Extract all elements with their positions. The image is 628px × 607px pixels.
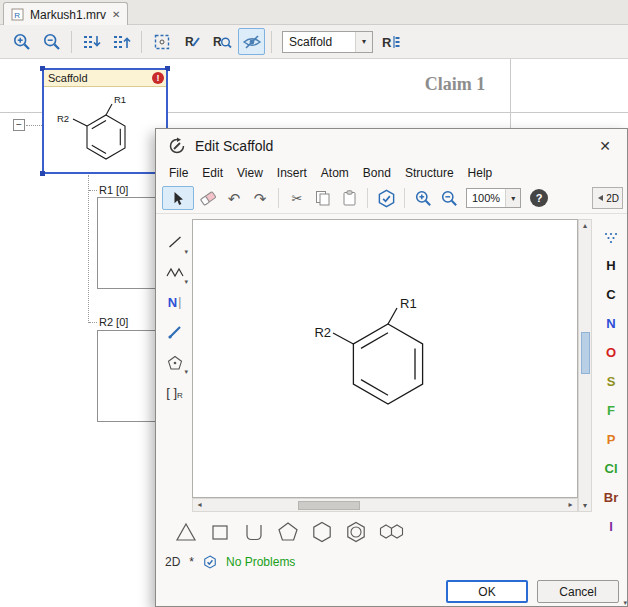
menu-atom[interactable]: Atom [314,164,356,182]
toggle-rlogic-visibility-button[interactable] [238,28,265,55]
menu-view[interactable]: View [230,164,270,182]
horizontal-scrollbar[interactable]: ◂ ▸ [192,498,578,512]
scaffold-frame-button[interactable] [148,28,175,55]
chevron-down-icon: ▾ [184,368,188,376]
menu-edit[interactable]: Edit [195,164,230,182]
structure-check-icon [203,555,217,569]
zoom-in-button[interactable] [8,28,35,55]
scaffold-node[interactable]: Scaffold ! R1 R2 [42,68,168,174]
main-toolbar: R R Scaffold ▾ R [0,25,628,59]
vertical-scroll-thumb[interactable] [581,332,590,374]
element-n-button[interactable]: N [606,309,615,338]
dialog-close-icon[interactable]: ✕ [595,136,615,156]
rgroup-logic-button[interactable]: R [377,28,404,55]
cyclopentane-open-template-button[interactable] [240,518,267,545]
tab-close-icon[interactable]: ✕ [112,9,120,20]
rgroup-query-button[interactable]: R [208,28,235,55]
document-tab[interactable]: R Markush1.mrv ✕ [3,2,128,26]
structure-canvas[interactable]: R1 R2 [192,219,578,498]
menu-file[interactable]: File [162,164,195,182]
pen-bond-icon [167,324,183,340]
eye-slash-icon [242,33,262,51]
vertical-scrollbar[interactable]: ▴ ▾ [578,219,592,512]
element-br-button[interactable]: Br [604,483,618,512]
scroll-down-icon[interactable]: ▾ [579,501,591,510]
more-elements-button[interactable] [603,225,619,251]
bracket-group-tool[interactable]: [ ] R [161,379,188,405]
element-cl-button[interactable]: Cl [605,454,618,483]
zoom-out-button[interactable] [38,28,65,55]
selection-handle[interactable] [40,171,45,176]
paste-button[interactable] [337,186,361,210]
scroll-up-icon[interactable]: ▴ [579,221,591,230]
copy-button[interactable] [311,186,335,210]
append-claim-button[interactable] [108,28,135,55]
scroll-left-icon[interactable]: ◂ [193,499,206,511]
dialog-title: Edit Scaffold [195,138,273,154]
chevron-down-icon[interactable]: ▾ [505,189,520,207]
element-i-button[interactable]: I [609,512,613,541]
menu-help[interactable]: Help [461,164,500,182]
horizontal-scroll-thumb[interactable] [298,501,360,510]
paste-icon [342,190,357,206]
tree-connector [88,175,89,323]
chain-tool[interactable]: ▾ [161,259,188,285]
element-c-button[interactable]: C [606,280,615,309]
error-badge-icon: ! [152,72,164,84]
help-button[interactable]: ? [530,189,548,207]
scaffold-select[interactable]: Scaffold ▾ [282,31,373,53]
zoom-level-select[interactable]: 100% ▾ [466,188,521,208]
insert-claim-button[interactable] [78,28,105,55]
ok-button[interactable]: OK [446,580,528,603]
tree-collapse-button[interactable]: − [13,119,25,131]
cyclohexane-template-button[interactable] [308,518,335,545]
menu-bond[interactable]: Bond [356,164,398,182]
rgroup-r2-label: R2 [0] [99,316,128,328]
element-h-button[interactable]: H [606,251,615,280]
zoom-out-icon [42,32,62,52]
chevron-down-icon[interactable]: ▾ [355,32,372,52]
menu-structure[interactable]: Structure [398,164,461,182]
element-o-button[interactable]: O [606,338,616,367]
cut-button[interactable]: ✂ [285,186,309,210]
rgroup-query-icon: R [212,33,232,51]
scroll-right-icon[interactable]: ▸ [564,499,577,511]
dialog-zoom-out-button[interactable] [437,186,461,210]
dock-2d-panel-button[interactable]: 2D [592,187,623,209]
dialog-titlebar[interactable]: Edit Scaffold ✕ [156,129,627,162]
molecule-r2-label: R2 [314,325,331,340]
dialog-menubar: File Edit View Insert Atom Bond Structur… [156,162,627,183]
element-f-button[interactable]: F [607,396,615,425]
zoom-in-icon [414,189,433,208]
naphthalene-template-button[interactable] [376,518,408,545]
cyclopentane-template-button[interactable] [274,518,301,545]
scaffold-node-header[interactable]: Scaffold ! [44,70,166,87]
benzene-template-button[interactable] [342,518,369,545]
menu-insert[interactable]: Insert [270,164,314,182]
dialog-toolbar: ▾ ↶ ↷ ✂ [156,183,627,214]
rgroup-attachment-button[interactable]: R [178,28,205,55]
dialog-zoom-in-button[interactable] [411,186,435,210]
cyclopropane-template-button[interactable] [172,518,199,545]
chain-icon [166,265,184,279]
markush-document-icon: R [11,8,24,21]
element-s-button[interactable]: S [607,367,616,396]
cyclobutane-template-button[interactable] [206,518,233,545]
scaffold-node-title: Scaffold [48,72,88,84]
zoom-out-icon [440,189,459,208]
bond-line-icon [167,234,183,250]
check-structure-button[interactable] [374,186,398,210]
ring-template-tool[interactable]: ▾ [161,349,188,375]
element-p-button[interactable]: P [607,425,616,454]
text-cursor-icon: | [178,295,181,309]
dock-arrow-icon [596,194,604,202]
redo-button[interactable]: ↷ [248,186,272,210]
select-tool-button[interactable]: ▾ [162,186,194,210]
draw-bond-tool[interactable] [161,319,188,345]
single-bond-tool[interactable]: ▾ [161,229,188,255]
undo-button[interactable]: ↶ [222,186,246,210]
cancel-button[interactable]: Cancel [537,580,619,603]
atom-label-tool[interactable]: N | [161,289,188,315]
eraser-button[interactable] [196,186,220,210]
cursor-arrow-icon [172,191,185,206]
